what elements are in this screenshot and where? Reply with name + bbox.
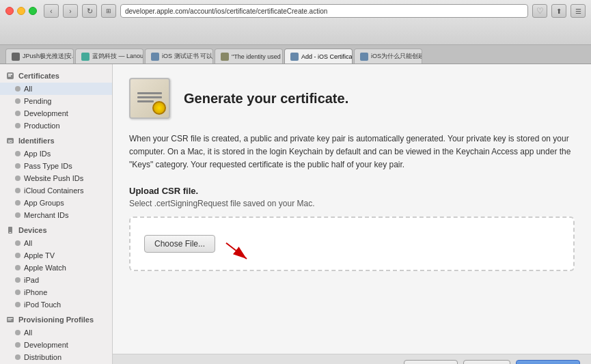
- bullet-provisioning-all: [15, 330, 20, 335]
- sidebar-item-label: iPad: [24, 276, 39, 284]
- more-button[interactable]: ☰: [571, 4, 586, 18]
- devices-icon: [5, 225, 15, 235]
- sidebar-item-label: iPod Touch: [24, 300, 61, 309]
- browser-chrome: ‹ › ↻ ⊞ developer.apple.com/account/ios/…: [0, 0, 591, 45]
- close-window-button[interactable]: [5, 7, 14, 15]
- tab-label-6: iOS为什么只能创建一个调...: [371, 52, 422, 61]
- tab-3[interactable]: iOS 测试证书 可以注册八个...: [145, 48, 213, 64]
- cert-header: Generate your certificate.: [129, 78, 575, 119]
- tab-1[interactable]: JPush极光推送|安卓推送|Andr...: [5, 48, 74, 64]
- bullet-merchant-ids: [15, 212, 20, 218]
- tab-label-5: Add - iOS Certificates - Appl...: [301, 53, 353, 60]
- svg-rect-8: [8, 318, 13, 319]
- minimize-window-button[interactable]: [17, 7, 25, 15]
- sidebar-item-label: Apple TV: [24, 251, 55, 260]
- tabs-bar: JPush极光推送|安卓推送|Andr... 蓝鸽科技 — Lanou3G.Co…: [0, 45, 591, 64]
- address-bar[interactable]: developer.apple.com/account/ios/certific…: [120, 4, 528, 18]
- sidebar-item-label: Production: [24, 122, 60, 130]
- tab-favicon-3: [151, 53, 159, 61]
- sidebar-item-provisioning-all[interactable]: All: [0, 326, 112, 339]
- provisioning-label: Provisioning Profiles: [18, 316, 94, 324]
- bullet-pass-type-ids: [15, 163, 20, 169]
- reload-button[interactable]: ↻: [82, 4, 97, 18]
- sidebar-item-development[interactable]: Development: [0, 107, 112, 120]
- arrow-indicator: [219, 238, 260, 266]
- bullet-website-push-ids: [15, 176, 20, 181]
- tab-favicon-5: [290, 53, 299, 61]
- forward-button[interactable]: ›: [63, 4, 78, 18]
- sidebar-item-apple-watch[interactable]: Apple Watch: [0, 262, 112, 274]
- bullet-apple-watch: [15, 265, 20, 270]
- sidebar-item-label: Development: [24, 341, 68, 349]
- upload-section-desc: Select .certSigningRequest file saved on…: [129, 199, 575, 208]
- cert-seal: [152, 101, 166, 115]
- sidebar-item-pending[interactable]: Pending: [0, 95, 112, 107]
- main-layout: Certificates All Pending Development Pro…: [0, 64, 591, 364]
- sidebar-item-provisioning-development[interactable]: Development: [0, 339, 112, 351]
- sidebar-item-website-push-ids[interactable]: Website Push IDs: [0, 172, 112, 184]
- cert-icon: [129, 78, 170, 119]
- sidebar-item-label: Development: [24, 109, 68, 117]
- bullet-provisioning-distribution: [15, 354, 20, 360]
- sidebar-item-merchant-ids[interactable]: Merchant IDs: [0, 209, 112, 221]
- share-button[interactable]: ⬆: [551, 4, 566, 18]
- sidebar-section-devices: Devices: [0, 221, 112, 237]
- bullet-app-ids: [15, 151, 20, 156]
- sidebar-item-label: Merchant IDs: [24, 211, 68, 219]
- back-button[interactable]: ‹: [44, 4, 59, 18]
- bullet-pending: [15, 98, 20, 104]
- identifiers-icon: ID: [5, 136, 15, 145]
- sidebar-item-label: iPhone: [24, 288, 47, 296]
- tab-favicon-2: [81, 53, 90, 61]
- bullet-ipad: [15, 277, 20, 283]
- bullet-all-certs: [15, 86, 20, 92]
- maximize-window-button[interactable]: [29, 7, 37, 15]
- choose-file-button[interactable]: Choose File...: [144, 235, 215, 253]
- content-footer: Cancel Back Generate: [113, 354, 591, 364]
- sidebar-item-provisioning-distribution[interactable]: Distribution: [0, 351, 112, 363]
- cancel-button[interactable]: Cancel: [404, 360, 458, 364]
- sidebar-item-label: App Groups: [24, 199, 64, 207]
- sidebar-item-apple-tv[interactable]: Apple TV: [0, 249, 112, 262]
- identifiers-label: Identifiers: [18, 137, 55, 145]
- sidebar-item-ipod-touch[interactable]: iPod Touch: [0, 298, 112, 311]
- sidebar-item-icloud-containers[interactable]: iCloud Containers: [0, 184, 112, 197]
- traffic-lights: [5, 7, 37, 15]
- sidebar-item-label: Pending: [24, 97, 51, 105]
- tab-label-2: 蓝鸽科技 — Lanou3G.Com: [92, 52, 143, 61]
- tab-favicon-1: [12, 53, 20, 61]
- bullet-iphone: [15, 290, 20, 295]
- sidebar-item-label: Apple Watch: [24, 264, 66, 272]
- sidebar-item-iphone[interactable]: iPhone: [0, 286, 112, 298]
- sidebar-item-label: App IDs: [24, 150, 51, 158]
- bullet-development: [15, 111, 20, 116]
- sidebar-item-app-groups[interactable]: App Groups: [0, 197, 112, 209]
- tab-4[interactable]: "The identity used to sign the...: [215, 48, 283, 64]
- sidebar-item-app-ids[interactable]: App IDs: [0, 148, 112, 160]
- sidebar-item-label: Distribution: [24, 353, 61, 361]
- bullet-apple-tv: [15, 253, 20, 258]
- sidebar-item-production[interactable]: Production: [0, 120, 112, 132]
- sidebar-item-label: All: [24, 328, 32, 337]
- devices-label: Devices: [18, 226, 47, 234]
- sidebar: Certificates All Pending Development Pro…: [0, 64, 113, 364]
- sidebar-item-devices-all[interactable]: All: [0, 237, 112, 249]
- address-text: developer.apple.com/account/ios/certific…: [125, 8, 327, 15]
- generate-button[interactable]: Generate: [516, 360, 580, 364]
- tab-2[interactable]: 蓝鸽科技 — Lanou3G.Com: [75, 48, 143, 64]
- tab-favicon-6: [360, 53, 368, 61]
- sidebar-item-pass-type-ids[interactable]: Pass Type IDs: [0, 160, 112, 172]
- svg-rect-1: [8, 74, 12, 75]
- tab-5[interactable]: Add - iOS Certificates - Appl...: [284, 48, 353, 64]
- grid-button[interactable]: ⊞: [101, 4, 116, 18]
- sidebar-item-label: iCloud Containers: [24, 186, 83, 195]
- tab-6[interactable]: iOS为什么只能创建一个调...: [354, 48, 422, 64]
- bookmark-button[interactable]: ♡: [532, 4, 547, 18]
- sidebar-section-provisioning: Provisioning Profiles: [0, 311, 112, 326]
- content-body: Generate your certificate. When your CSR…: [113, 64, 591, 354]
- back-button-footer[interactable]: Back: [463, 360, 510, 364]
- sidebar-item-ipad[interactable]: iPad: [0, 274, 112, 286]
- certificates-icon: [5, 71, 15, 81]
- sidebar-item-label: All: [24, 239, 32, 247]
- sidebar-item-all-certs[interactable]: All: [0, 83, 112, 95]
